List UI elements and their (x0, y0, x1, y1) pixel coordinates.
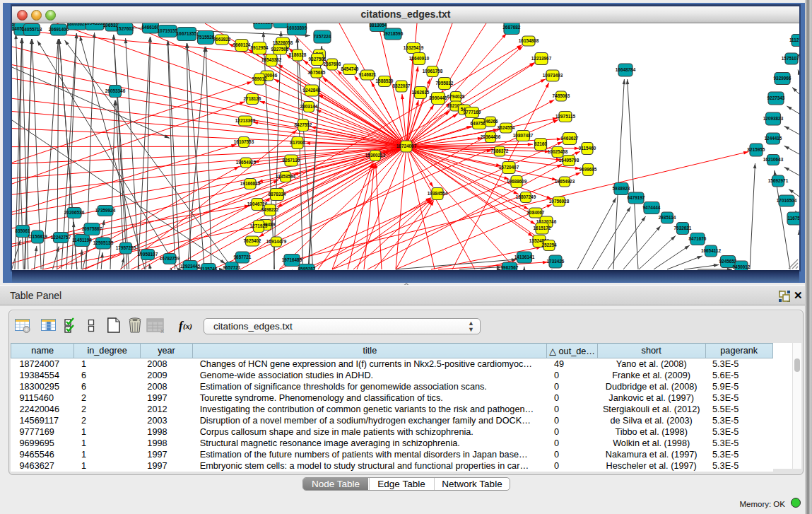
svg-text:11156819: 11156819 (28, 234, 47, 239)
svg-text:1362615: 1362615 (412, 90, 430, 95)
svg-text:7515526: 7515526 (197, 35, 215, 40)
svg-text:8912954: 8912954 (251, 45, 269, 50)
svg-text:9450012: 9450012 (733, 264, 751, 269)
svg-text:16543382: 16543382 (261, 57, 282, 62)
svg-text:17957255: 17957255 (116, 245, 136, 250)
svg-text:8454749: 8454749 (341, 66, 359, 71)
svg-text:11353594: 11353594 (276, 174, 296, 179)
svg-text:8186328: 8186328 (289, 52, 307, 57)
svg-text:2803144: 2803144 (300, 104, 318, 109)
svg-text:16210643: 16210643 (763, 157, 784, 162)
svg-text:12505135: 12505135 (93, 240, 114, 245)
svg-text:8322037: 8322037 (393, 83, 411, 88)
svg-text:14055713: 14055713 (22, 27, 42, 32)
svg-text:8427552: 8427552 (295, 122, 312, 127)
svg-text:12975115: 12975115 (555, 114, 576, 119)
svg-text:26053346: 26053346 (105, 88, 126, 93)
svg-text:8990448: 8990448 (430, 95, 447, 100)
svg-text:1244415: 1244415 (765, 136, 782, 141)
svg-text:10688609: 10688609 (507, 179, 527, 184)
svg-text:10025458: 10025458 (548, 149, 568, 154)
svg-text:20691406: 20691406 (49, 27, 69, 32)
svg-text:9327508: 9327508 (309, 57, 326, 62)
svg-text:12213369: 12213369 (235, 118, 256, 123)
svg-text:7386372: 7386372 (491, 148, 509, 153)
svg-text:16671355: 16671355 (177, 31, 197, 36)
svg-text:19166825: 19166825 (240, 181, 261, 186)
svg-text:835061: 835061 (15, 228, 30, 233)
svg-text:9474444: 9474444 (643, 205, 661, 210)
svg-text:9699695: 9699695 (579, 167, 597, 172)
svg-text:10807487: 10807487 (513, 133, 534, 138)
svg-text:16339221: 16339221 (253, 23, 273, 25)
svg-text:3675685: 3675685 (308, 70, 326, 75)
svg-text:10654112: 10654112 (701, 248, 722, 253)
svg-text:12213967: 12213967 (531, 56, 552, 61)
svg-text:10943353: 10943353 (85, 23, 105, 25)
svg-text:1588520: 1588520 (376, 78, 394, 83)
svg-text:18724007: 18724007 (396, 144, 417, 148)
svg-text:6479197: 6479197 (628, 195, 645, 200)
svg-text:10958107: 10958107 (138, 252, 158, 257)
svg-text:3498222: 3498222 (261, 207, 279, 212)
svg-text:7663822: 7663822 (213, 37, 231, 42)
svg-text:817004: 817004 (290, 140, 305, 145)
svg-text:18807249: 18807249 (516, 194, 536, 199)
svg-text:10961758: 10961758 (423, 69, 443, 74)
svg-text:9777169: 9777169 (464, 110, 481, 115)
svg-text:17016504: 17016504 (777, 198, 797, 203)
svg-text:12923445: 12923445 (180, 264, 201, 269)
svg-text:9327505: 9327505 (271, 47, 289, 52)
svg-text:9660124: 9660124 (233, 42, 251, 47)
svg-text:62160: 62160 (534, 141, 547, 146)
svg-text:1271925: 1271925 (250, 223, 268, 228)
svg-text:7625402: 7625402 (244, 238, 261, 243)
svg-text:1733426: 1733426 (547, 259, 565, 264)
svg-text:2935114: 2935114 (659, 215, 676, 220)
svg-text:19384554: 19384554 (428, 191, 448, 196)
svg-text:16033809: 16033809 (287, 25, 307, 30)
svg-text:10973493: 10973493 (543, 73, 563, 78)
svg-text:7357224: 7357224 (314, 34, 331, 39)
svg-text:20364436: 20364436 (481, 134, 501, 139)
svg-text:16154808: 16154808 (519, 38, 539, 43)
svg-text:10756928: 10756928 (549, 199, 570, 204)
svg-text:7955812: 7955812 (436, 81, 454, 86)
svg-text:9962567: 9962567 (501, 265, 519, 270)
svg-text:9245652: 9245652 (719, 259, 737, 264)
svg-text:16914479: 16914479 (266, 239, 287, 244)
svg-text:17359924: 17359924 (95, 208, 116, 213)
svg-text:12093823: 12093823 (763, 116, 784, 121)
svg-text:14136141: 14136141 (514, 255, 535, 259)
svg-text:13325419: 13325419 (404, 45, 424, 50)
svg-text:2367608: 2367608 (324, 62, 341, 66)
svg-text:7632621: 7632621 (674, 226, 692, 230)
svg-text:3084067: 3084067 (527, 210, 545, 215)
svg-text:5938923: 5938923 (613, 186, 630, 191)
svg-text:2718126: 2718126 (244, 96, 261, 101)
svg-text:15720407: 15720407 (499, 165, 519, 170)
svg-text:9657721: 9657721 (234, 255, 252, 259)
svg-text:116753: 116753 (788, 216, 799, 221)
svg-text:12242757: 12242757 (51, 235, 71, 240)
svg-text:15692971: 15692971 (768, 178, 789, 183)
svg-text:989012: 989012 (252, 76, 267, 81)
svg-text:9227343: 9227343 (767, 95, 785, 100)
svg-text:16495798: 16495798 (559, 158, 579, 163)
svg-text:20975867: 20975867 (82, 226, 102, 231)
svg-text:16648784: 16648784 (616, 67, 636, 72)
svg-text:8267130: 8267130 (283, 158, 300, 163)
svg-text:16782759: 16782759 (160, 256, 180, 261)
svg-text:252254: 252254 (541, 243, 557, 247)
svg-text:8215955: 8215955 (748, 147, 765, 152)
svg-text:20206536: 20206536 (64, 210, 85, 215)
svg-text:9115460: 9115460 (579, 146, 596, 151)
svg-text:19654925: 19654925 (236, 160, 257, 165)
svg-text:18640910: 18640910 (409, 56, 430, 61)
svg-text:15751074: 15751074 (782, 56, 799, 61)
svg-text:x: x (160, 327, 164, 334)
svg-text:8878334: 8878334 (269, 192, 286, 197)
svg-text:2687682: 2687682 (503, 25, 521, 30)
svg-text:19654923: 19654923 (555, 179, 575, 184)
svg-text:746266: 746266 (483, 119, 498, 124)
